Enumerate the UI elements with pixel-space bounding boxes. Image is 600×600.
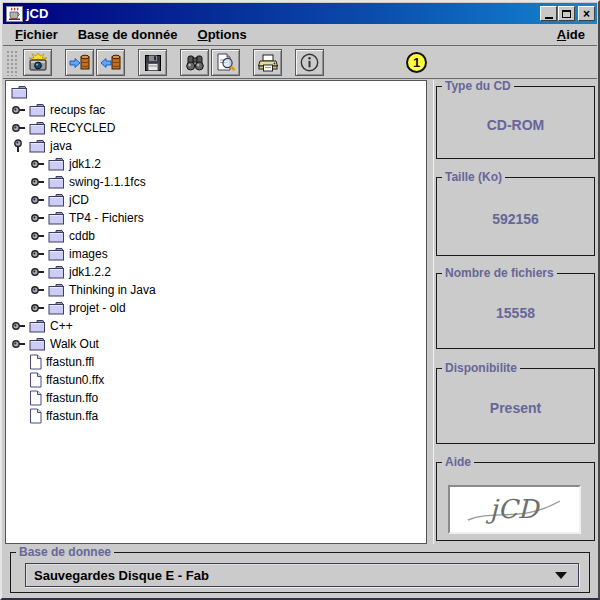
minimize-icon (545, 17, 553, 19)
tree-collapsed-handle-icon[interactable] (30, 175, 48, 189)
binoculars-button[interactable] (180, 49, 209, 76)
file-icon (29, 408, 42, 424)
menu-options[interactable]: Options (190, 25, 255, 44)
db-export-icon (99, 53, 122, 73)
chevron-down-icon (555, 572, 567, 579)
menu-fichier[interactable]: Fichier (7, 25, 66, 44)
app-window: jCD × Fichier Base de donnée Options Aid… (0, 0, 600, 600)
tree-node-root[interactable] (6, 83, 426, 101)
database-number-badge: 1 (406, 52, 427, 73)
tree-node-label: ffastun.ffo (46, 391, 98, 405)
db-export-button[interactable] (96, 49, 125, 76)
panel-nombre-fichiers: Nombre de fichiers 15558 (436, 273, 595, 349)
tree-node-label: cddb (69, 229, 95, 243)
tree-collapsed-handle-icon[interactable] (11, 319, 29, 333)
maximize-button[interactable] (558, 6, 575, 21)
tree-node-jdk1-2-2[interactable]: jdk1.2.2 (6, 263, 426, 281)
tree-node-label: jdk1.2 (69, 157, 101, 171)
tree-node-ffastun-ffo[interactable]: ffastun.ffo (6, 389, 426, 407)
tree-node-label: recups fac (50, 103, 105, 117)
tree-node-ffastun-ffa[interactable]: ffastun.ffa (6, 407, 426, 425)
tree-expanded-handle-icon[interactable] (11, 139, 29, 153)
tree-node-recycled[interactable]: RECYCLED (6, 119, 426, 137)
tree-node-tp4-fichiers[interactable]: TP4 - Fichiers (6, 209, 426, 227)
tree-node-label: RECYCLED (50, 121, 115, 135)
close-button[interactable]: × (578, 6, 595, 21)
panel-title: Aide (442, 455, 474, 469)
tree-collapsed-handle-icon[interactable] (30, 265, 48, 279)
camera-button[interactable] (23, 49, 52, 76)
menu-aide[interactable]: Aide (549, 25, 593, 44)
folder-icon (48, 211, 65, 225)
tree-node-swing-1-1-1fcs[interactable]: swing-1.1.1fcs (6, 173, 426, 191)
folder-icon (48, 265, 65, 279)
file-icon (29, 354, 42, 370)
tree-node-label: jCD (69, 193, 89, 207)
tree-node-label: swing-1.1.1fcs (69, 175, 146, 189)
database-selected-value: Sauvegardes Disque E - Fab (34, 568, 209, 583)
folder-icon (48, 247, 65, 261)
tree-collapsed-handle-icon[interactable] (11, 121, 29, 135)
tree-collapsed-handle-icon[interactable] (11, 103, 29, 117)
tree-node-ffastun0-ffx[interactable]: ffastun0.ffx (6, 371, 426, 389)
db-import-icon (68, 53, 91, 73)
tree-collapsed-handle-icon[interactable] (11, 337, 29, 351)
tree-node-ffastun-ffl[interactable]: ffastun.ffl (6, 353, 426, 371)
jcd-signature-logo[interactable]: jCD (448, 485, 581, 534)
database-combobox[interactable]: Sauvegardes Disque E - Fab (25, 563, 579, 587)
cd-type-value: CD-ROM (437, 116, 594, 132)
tree-node-jcd[interactable]: jCD (6, 191, 426, 209)
tree-node-thinking-in-java[interactable]: Thinking in Java (6, 281, 426, 299)
window-title: jCD (26, 6, 48, 21)
panel-disponibilite: Disponibilite Present (436, 368, 595, 444)
tree-collapsed-handle-icon[interactable] (30, 301, 48, 315)
folder-icon (29, 103, 46, 117)
tree-node-cddb[interactable]: cddb (6, 227, 426, 245)
print-icon (257, 53, 279, 73)
tree-node-c-[interactable]: C++ (6, 317, 426, 335)
tree-collapsed-handle-icon[interactable] (30, 229, 48, 243)
toolbar-grip-handle[interactable] (6, 50, 19, 76)
tree-node-java[interactable]: java (6, 137, 426, 155)
info-button[interactable] (295, 49, 324, 76)
tree-node-jdk1-2[interactable]: jdk1.2 (6, 155, 426, 173)
tree-collapsed-handle-icon[interactable] (30, 211, 48, 225)
folder-icon (48, 175, 65, 189)
app-coffee-icon (6, 6, 23, 22)
menu-base-de-donnee[interactable]: Base de donnée (70, 25, 186, 44)
tree-collapsed-handle-icon[interactable] (30, 157, 48, 171)
cd-info-column: Type du CD CD-ROM Taille (Ko) 592156 Nom… (433, 80, 599, 544)
tree-node-label: java (50, 139, 72, 153)
folder-icon (29, 121, 46, 135)
folder-icon (48, 157, 65, 171)
tree-node-label: ffastun.ffl (46, 355, 94, 369)
tree-node-recups-fac[interactable]: recups fac (6, 101, 426, 119)
tree-node-projet-old[interactable]: projet - old (6, 299, 426, 317)
file-icon (29, 390, 42, 406)
panel-title: Disponibilite (442, 361, 520, 375)
minimize-button[interactable] (540, 6, 557, 21)
tree-node-label: ffastun.ffa (46, 409, 98, 423)
tree-node-label: TP4 - Fichiers (69, 211, 144, 225)
tree-node-label: ffastun0.ffx (46, 373, 104, 387)
tree-node-images[interactable]: images (6, 245, 426, 263)
print-button[interactable] (253, 49, 282, 76)
tree-collapsed-handle-icon[interactable] (30, 193, 48, 207)
tree-collapsed-handle-icon[interactable] (30, 283, 48, 297)
folder-icon (29, 337, 46, 351)
tree-collapsed-handle-icon[interactable] (30, 247, 48, 261)
save-button[interactable] (138, 49, 167, 76)
tree-node-label: C++ (50, 319, 73, 333)
folder-icon (29, 319, 46, 333)
db-import-button[interactable] (65, 49, 94, 76)
folder-icon (48, 193, 65, 207)
database-group-title: Base de donnee (16, 545, 114, 559)
search-doc-button[interactable] (211, 49, 240, 76)
search-doc-icon (215, 52, 237, 73)
folder-icon (48, 283, 65, 297)
availability-value: Present (437, 400, 594, 416)
tree-node-walk-out[interactable]: Walk Out (6, 335, 426, 353)
file-tree[interactable]: recups facRECYCLEDjavajdk1.2swing-1.1.1f… (5, 80, 427, 544)
tree-node-label: jdk1.2.2 (69, 265, 111, 279)
tool-bar: 1 (3, 47, 597, 79)
